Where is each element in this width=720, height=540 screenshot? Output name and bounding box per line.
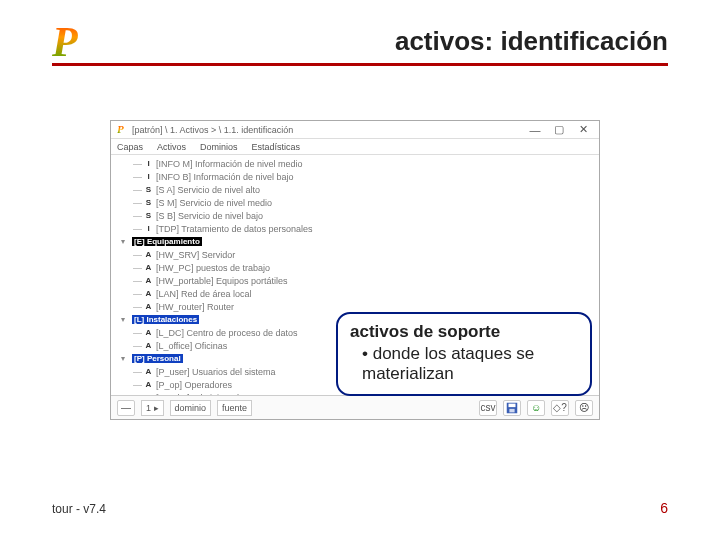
layer-button[interactable]: —: [117, 400, 135, 416]
maximize-button[interactable]: ▢: [549, 123, 569, 136]
window-title: [patrón] \ 1. Activos > \ 1.1. identific…: [132, 125, 521, 135]
tree-row[interactable]: —S[S A] Servicio de nivel alto: [115, 183, 595, 196]
tree-connector-icon: —: [133, 289, 141, 299]
tree-connector-icon: —: [133, 185, 141, 195]
tree-group-label: [E] Equipamiento: [132, 237, 202, 246]
tree-item-label: [P_op] Operadores: [156, 380, 232, 390]
count-field[interactable]: 1 ▸: [141, 400, 164, 416]
tree-item-label: [LAN] Red de área local: [156, 289, 252, 299]
tree-item-label: [INFO M] Información de nivel medio: [156, 159, 303, 169]
svg-rect-2: [509, 408, 514, 412]
tree-tag: A: [144, 250, 153, 260]
tree-connector-icon: —: [133, 159, 141, 169]
app-icon: P: [117, 124, 128, 135]
expander-icon[interactable]: ▾: [121, 315, 129, 324]
tree-tag: I: [144, 224, 153, 234]
tree-tag: A: [144, 367, 153, 377]
menu-activos[interactable]: Activos: [157, 142, 186, 152]
tree-row[interactable]: —A[HW_PC] puestos de trabajo: [115, 261, 595, 274]
tree-tag: A: [144, 263, 153, 273]
bottom-toolbar: — 1 ▸ dominio fuente csv ☺ ◇? ☹: [111, 395, 599, 419]
tree-tag: A: [144, 380, 153, 390]
tree-item-label: [TDP] Tratamiento de datos personales: [156, 224, 313, 234]
tree-group-label: [P] Personal: [132, 354, 183, 363]
csv-button[interactable]: csv: [479, 400, 497, 416]
menu-capas[interactable]: Capas: [117, 142, 143, 152]
tree-tag: S: [144, 198, 153, 208]
tree-connector-icon: —: [133, 276, 141, 286]
tree-tag: S: [144, 185, 153, 195]
sad-face-button[interactable]: ☹: [575, 400, 593, 416]
tree-connector-icon: —: [133, 302, 141, 312]
tree-row[interactable]: —A[HW_SRV] Servidor: [115, 248, 595, 261]
tree-connector-icon: —: [133, 172, 141, 182]
footer-left: tour - v7.4: [52, 502, 106, 516]
callout-bullet: donde los ataques se materializan: [362, 344, 578, 384]
tree-tag: S: [144, 211, 153, 221]
tree-item-label: [S A] Servicio de nivel alto: [156, 185, 260, 195]
tree-tag: A: [144, 276, 153, 286]
tree-connector-icon: —: [133, 367, 141, 377]
save-button[interactable]: [503, 400, 521, 416]
fuente-field[interactable]: fuente: [217, 400, 252, 416]
tree-connector-icon: —: [133, 224, 141, 234]
tree-row[interactable]: —I[TDP] Tratamiento de datos personales: [115, 222, 595, 235]
menu-estadisticas[interactable]: Estadísticas: [252, 142, 301, 152]
tree-item-label: [P_user] Usuarios del sistema: [156, 367, 276, 377]
tree-item-label: [L_DC] Centro de proceso de datos: [156, 328, 298, 338]
tree-tag: I: [144, 159, 153, 169]
expander-icon[interactable]: ▾: [121, 237, 129, 246]
tree-row[interactable]: —A[LAN] Red de área local: [115, 287, 595, 300]
tree-row[interactable]: —I[INFO B] Información de nivel bajo: [115, 170, 595, 183]
tree-item-label: [HW_SRV] Servidor: [156, 250, 235, 260]
help-button[interactable]: ◇?: [551, 400, 569, 416]
tree-connector-icon: —: [133, 328, 141, 338]
tree-connector-icon: —: [133, 250, 141, 260]
tree-row[interactable]: ▾[E] Equipamiento: [115, 235, 595, 248]
tree-item-label: [S M] Servicio de nivel medio: [156, 198, 272, 208]
tree-row[interactable]: —S[S M] Servicio de nivel medio: [115, 196, 595, 209]
expander-icon[interactable]: ▾: [121, 354, 129, 363]
page-number: 6: [660, 500, 668, 516]
tree-item-label: [S B] Servicio de nivel bajo: [156, 211, 263, 221]
dominio-field[interactable]: dominio: [170, 400, 212, 416]
tree-tag: I: [144, 172, 153, 182]
tree-tag: A: [144, 302, 153, 312]
tree-row[interactable]: —I[INFO M] Información de nivel medio: [115, 157, 595, 170]
svg-rect-1: [509, 403, 516, 407]
tree-connector-icon: —: [133, 263, 141, 273]
tree-connector-icon: —: [133, 211, 141, 221]
tree-tag: A: [144, 289, 153, 299]
slide-title: activos: identificación: [52, 26, 668, 57]
tree-connector-icon: —: [133, 380, 141, 390]
tree-item-label: [HW_router] Router: [156, 302, 234, 312]
tree-connector-icon: —: [133, 198, 141, 208]
tree-tag: A: [144, 341, 153, 351]
callout-box: activos de soporte donde los ataques se …: [336, 312, 592, 396]
titlebar: P [patrón] \ 1. Activos > \ 1.1. identif…: [111, 121, 599, 139]
close-button[interactable]: ✕: [573, 123, 593, 136]
tree-group-label: [L] Instalaciones: [132, 315, 199, 324]
save-icon: [505, 401, 519, 415]
tree-connector-icon: —: [133, 341, 141, 351]
minimize-button[interactable]: —: [525, 124, 545, 136]
tree-item-label: [INFO B] Información de nivel bajo: [156, 172, 294, 182]
tree-row[interactable]: —S[S B] Servicio de nivel bajo: [115, 209, 595, 222]
menubar: Capas Activos Dominios Estadísticas: [111, 139, 599, 155]
callout-title: activos de soporte: [350, 322, 578, 342]
ok-face-button[interactable]: ☺: [527, 400, 545, 416]
tree-item-label: [HW_PC] puestos de trabajo: [156, 263, 270, 273]
tree-row[interactable]: —A[HW_portable] Equipos portátiles: [115, 274, 595, 287]
menu-dominios[interactable]: Dominios: [200, 142, 238, 152]
tree-item-label: [HW_portable] Equipos portátiles: [156, 276, 288, 286]
slide-header: activos: identificación: [52, 26, 668, 66]
tree-item-label: [L_office] Oficinas: [156, 341, 227, 351]
tree-tag: A: [144, 328, 153, 338]
